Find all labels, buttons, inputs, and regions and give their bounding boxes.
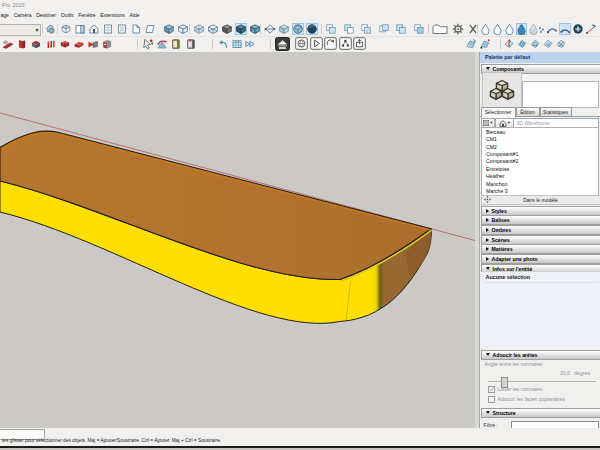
graph-nodes-button[interactable] [339, 38, 352, 50]
style-hidden-line-button[interactable] [177, 23, 189, 35]
fredo-box-flap-button[interactable] [30, 38, 42, 50]
menu-dessiner[interactable]: Dessiner [34, 12, 59, 18]
component-list-item[interactable]: Manchon [482, 180, 598, 187]
section-header-mati-res[interactable]: Matières [481, 244, 600, 254]
component-list-item[interactable]: Berceau [482, 128, 598, 135]
swirl-tool-button[interactable] [324, 38, 337, 50]
fredo-panel-button[interactable] [16, 38, 28, 50]
view-top-button[interactable] [74, 23, 86, 35]
style-wireframe-button[interactable] [207, 23, 219, 35]
selection-add-button[interactable] [343, 23, 355, 35]
menu-outils[interactable]: Outils [58, 12, 76, 18]
selection-subtract-button[interactable] [360, 23, 372, 35]
sandbox-from-contours-button[interactable] [479, 38, 491, 50]
section-header-adapter-une-photo[interactable]: Adapter une photo [481, 254, 600, 264]
view-iso-button[interactable] [60, 23, 72, 35]
selection-memory-button[interactable] [413, 23, 425, 35]
section-header-sc-nes[interactable]: Scènes [481, 235, 600, 245]
fredo-arrow-block-button[interactable] [87, 38, 99, 50]
sandbox-flip-edge-button[interactable] [555, 38, 567, 50]
section-header-styles[interactable]: Styles [481, 206, 600, 216]
active-style-combo[interactable]: ▾ [0, 24, 41, 36]
close-tool-button[interactable] [468, 23, 478, 35]
component-description-box[interactable] [522, 81, 599, 108]
snap-dots-button[interactable] [538, 23, 545, 35]
drop-tool-4-button[interactable] [516, 23, 527, 35]
material-book-button[interactable] [170, 38, 182, 50]
menu-aide[interactable]: Aide [127, 12, 142, 18]
toolbar-group [295, 38, 366, 50]
line-points-button[interactable] [585, 23, 597, 35]
add-point-button[interactable] [572, 23, 584, 35]
menu-extensions[interactable]: Extensions [98, 12, 127, 18]
selection-intersect-button[interactable] [378, 23, 390, 35]
tab-edition[interactable]: Édition [516, 107, 540, 117]
fredo-roll-ramp-button[interactable] [2, 38, 14, 50]
view-left-button[interactable] [130, 23, 142, 35]
settings-gear-button[interactable] [451, 23, 465, 35]
component-list-item[interactable]: Composant#1 [482, 150, 598, 157]
sandbox-stamp-button[interactable] [516, 38, 528, 50]
style-shaded-button[interactable] [163, 23, 175, 35]
in-model-footer[interactable]: Dans le modèle [481, 195, 600, 206]
send-arrows-button[interactable] [244, 38, 256, 50]
style-monochrome-button[interactable] [221, 23, 233, 35]
drop-tool-1-button[interactable] [480, 23, 491, 35]
style-glass-button[interactable] [278, 23, 290, 35]
component-list-item[interactable]: CM1 [482, 135, 598, 142]
style-dark-button[interactable] [306, 23, 318, 35]
component-thumbnail[interactable] [482, 72, 522, 108]
style-shaded-textures-button[interactable] [235, 23, 247, 35]
outliner-section-header[interactable]: Structure [481, 408, 600, 418]
sandbox-from-scratch-button[interactable] [465, 38, 477, 50]
viewer-play-button[interactable] [310, 38, 323, 50]
fredo-chevron-button[interactable] [59, 38, 71, 50]
view-bottom-button[interactable] [144, 23, 156, 35]
menu-fenetre[interactable]: Fenêtre [76, 12, 98, 18]
soften-coplanar-checkbox[interactable] [488, 396, 495, 403]
fredo-scale-button[interactable] [156, 38, 168, 50]
section-header-balises[interactable]: Balises [481, 215, 600, 225]
fredo-fold-button[interactable] [73, 38, 85, 50]
soften-edges-section-header[interactable]: Adoucir les arêtes [481, 350, 600, 360]
fredo-striped-box-button[interactable] [45, 38, 57, 50]
warehouse-dark-button[interactable] [275, 38, 290, 50]
menu-affichage[interactable]: age [0, 12, 11, 18]
undo-curve-button[interactable] [217, 38, 229, 50]
open-folder-button[interactable] [432, 23, 448, 35]
library-book-button[interactable] [185, 38, 197, 50]
view-right-button[interactable] [102, 23, 114, 35]
style-xray-button[interactable] [193, 23, 205, 35]
selection-swap-button[interactable] [395, 23, 407, 35]
drawing-viewport[interactable] [0, 52, 475, 428]
component-list-item[interactable]: CM2 [482, 143, 598, 150]
filter-input[interactable] [511, 421, 599, 429]
selection-union-button[interactable] [325, 23, 337, 35]
share-export-button[interactable] [353, 38, 366, 50]
component-list-item[interactable]: Entretoise [482, 165, 598, 172]
sandbox-add-detail-button[interactable] [542, 38, 554, 50]
view-back-button[interactable] [116, 23, 128, 35]
section-header-ombres[interactable]: Ombres [481, 225, 600, 235]
connect-globe-button[interactable] [295, 38, 308, 50]
sandbox-smoove-button[interactable] [503, 38, 515, 50]
sandbox-drape-button[interactable] [529, 38, 541, 50]
tab-selectionner[interactable]: Sélectionner [481, 107, 516, 118]
fredo-front-panel-button[interactable] [101, 38, 113, 50]
drop-tool-3-button[interactable] [504, 23, 515, 35]
select-plus-button[interactable] [142, 38, 154, 50]
style-axes-button[interactable] [264, 23, 276, 35]
style-textured-button[interactable] [249, 23, 261, 35]
drop-tool-2-button[interactable] [492, 23, 503, 35]
smooth-normals-checkbox[interactable] [488, 386, 495, 393]
component-list-item[interactable]: Composant#2 [482, 158, 598, 165]
view-front-button[interactable] [88, 23, 100, 35]
style-shadows-button[interactable] [292, 23, 304, 35]
tab-statistiques[interactable]: Statistiques [540, 107, 572, 117]
arc-magnet-button[interactable] [546, 23, 558, 35]
component-list-item[interactable]: Heather [482, 173, 598, 180]
arc-magnet-2-button[interactable] [559, 23, 571, 35]
paint-style-badge-button[interactable] [44, 23, 56, 35]
calc-grid-button[interactable] [231, 38, 243, 50]
menu-camera[interactable]: Caméra [11, 12, 34, 18]
